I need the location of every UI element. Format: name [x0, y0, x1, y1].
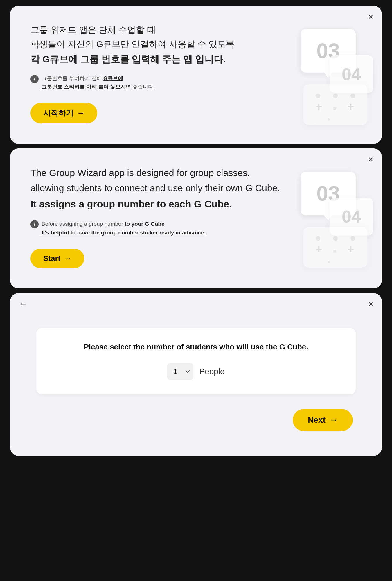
grid-decoration-korean: + ■ + ● [309, 87, 362, 122]
svg-point-0 [316, 94, 320, 98]
english-title-bold: It assigns a group number to each G Cube… [30, 197, 362, 211]
start-label-korean: 시작하기 [43, 108, 73, 118]
select-row: 1 2 3 4 5 6 7 8 9 10 People [167, 363, 224, 380]
korean-text-block: 그룹 위저드 앱은 단체 수업할 때 학생들이 자신의 G큐브만 연결하여 사용… [30, 23, 362, 66]
english-info-text: Before assigning a group number to your … [42, 220, 206, 237]
svg-text:+: + [348, 243, 354, 255]
people-label: People [199, 367, 224, 376]
select-students-card: Please select the number of students who… [36, 328, 356, 394]
next-arrow: → [330, 415, 338, 425]
close-button-english[interactable]: × [368, 155, 373, 164]
svg-text:●: ● [327, 116, 330, 122]
svg-text:+: + [316, 101, 322, 113]
close-button-korean[interactable]: × [368, 13, 373, 21]
close-button-panel3[interactable]: × [368, 300, 373, 308]
korean-title-line1: 그룹 위저드 앱은 단체 수업할 때 [30, 23, 362, 36]
next-label: Next [308, 415, 326, 425]
korean-title-line2: 학생들이 자신의 G큐브만 연결하여 사용할 수 있도록 [30, 37, 362, 51]
panel-korean: × 03 04 + ■ + ● 그룹 위저드 앱은 단체 수업할 때 학생들이 … [10, 6, 382, 144]
korean-info-text: 그룹번호를 부여하기 전에 G큐브에 그룹번호 스티커를 미리 붙여 놓으시면 … [42, 74, 155, 91]
english-info-link2[interactable]: It's helpful to have the group number st… [42, 229, 206, 236]
english-title-line2: allowing students to connect and use onl… [30, 181, 362, 195]
start-arrow-korean: → [77, 109, 84, 118]
info-icon-korean: i [30, 75, 39, 83]
korean-info-link1[interactable]: G큐브에 [103, 76, 123, 81]
english-info-before: Before assigning a group number [42, 221, 123, 227]
english-info-link1[interactable]: to your G Cube [125, 221, 164, 227]
people-select[interactable]: 1 2 3 4 5 6 7 8 9 10 [167, 363, 193, 380]
panel-english: × 03 04 + ■ + ● The Group Wizard app is … [10, 148, 382, 289]
start-label-english: Start [43, 254, 60, 263]
svg-text:■: ■ [333, 248, 337, 254]
korean-info-before: 그룹번호를 부여하기 전에 [42, 76, 102, 81]
korean-title-bold: 각 G큐브에 그룹 번호를 입력해 주는 앱 입니다. [30, 52, 362, 66]
svg-point-2 [350, 94, 355, 98]
panel-select-students: ← × Please select the number of students… [10, 293, 382, 456]
next-button[interactable]: Next → [293, 409, 353, 431]
english-text-block: The Group Wizard app is designed for gro… [30, 166, 362, 211]
svg-text:●: ● [327, 259, 330, 265]
svg-text:+: + [316, 243, 322, 255]
start-button-korean[interactable]: 시작하기 → [30, 103, 97, 123]
svg-text:+: + [348, 101, 354, 113]
english-info-box: i Before assigning a group number to you… [30, 220, 362, 237]
start-arrow-english: → [64, 254, 71, 263]
korean-info-link2[interactable]: 그룹번호 스티커를 미리 붙여 놓으시면 [42, 84, 131, 90]
select-students-label: Please select the number of students who… [84, 342, 308, 352]
svg-text:■: ■ [333, 105, 337, 112]
panel3-content: Please select the number of students who… [30, 311, 362, 431]
korean-info-box: i 그룹번호를 부여하기 전에 G큐브에 그룹번호 스티커를 미리 붙여 놓으시… [30, 74, 362, 91]
svg-point-1 [333, 94, 338, 98]
start-button-english[interactable]: Start → [30, 249, 84, 268]
next-btn-container: Next → [30, 409, 362, 431]
english-title-line1: The Group Wizard app is designed for gro… [30, 166, 362, 180]
info-icon-english: i [30, 220, 39, 228]
korean-info-after: 좋습니다. [132, 84, 155, 90]
back-button[interactable]: ← [19, 300, 27, 308]
